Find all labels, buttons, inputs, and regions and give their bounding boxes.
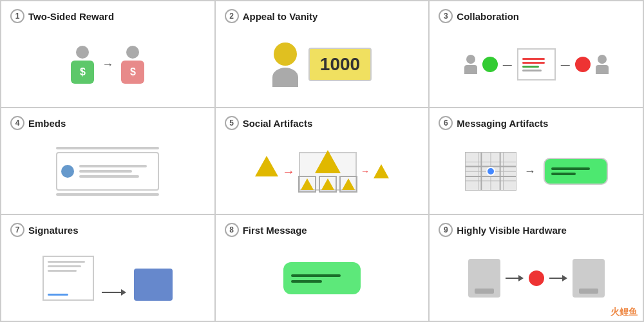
messaging-illustration: → xyxy=(465,152,608,191)
person-right: $ xyxy=(121,46,144,84)
hw-device-left-notch xyxy=(475,289,494,294)
collab-dot-red xyxy=(575,57,591,72)
embed-line-1 xyxy=(79,165,146,167)
cell-3-number: 3 xyxy=(439,9,453,23)
firstmsg-line-1 xyxy=(291,274,341,277)
social-arrow2: → xyxy=(361,166,370,176)
person-left: $ xyxy=(71,46,94,84)
firstmsg-line-2 xyxy=(291,280,322,283)
vanity-illustration: 1000 xyxy=(272,43,372,87)
embed-lines xyxy=(79,165,154,178)
person-left-head xyxy=(76,46,89,59)
person-right-body: $ xyxy=(121,61,144,84)
cell-highly-visible-hardware: 9 Highly Visible Hardware xyxy=(429,214,643,321)
social-arrow: → xyxy=(282,164,295,179)
hw-device-left xyxy=(468,259,500,298)
cell-7-visual xyxy=(10,242,205,314)
messaging-arrow: → xyxy=(524,165,536,178)
cell-1-header: 1 Two-Sided Reward xyxy=(10,9,114,23)
cell-5-number: 5 xyxy=(225,116,239,130)
cell-8-visual xyxy=(225,242,420,314)
cell-5-header: 5 Social Artifacts xyxy=(225,116,313,130)
sig-line-1 xyxy=(48,261,85,263)
cell-6-visual: → xyxy=(439,135,634,207)
feed-small-tri-3-container xyxy=(339,176,357,193)
cell-6-title: Messaging Artifacts xyxy=(457,118,548,129)
cell-2-number: 2 xyxy=(225,9,239,23)
collab-arrow-right: — xyxy=(561,59,570,70)
cell-9-title: Highly Visible Hardware xyxy=(457,225,567,236)
main-grid: 1 Two-Sided Reward $ → $ 2 Appeal to Van… xyxy=(0,0,644,322)
cell-5-title: Social Artifacts xyxy=(243,118,313,129)
cell-appeal-to-vanity: 2 Appeal to Vanity 1000 xyxy=(215,1,430,108)
sig-arrow xyxy=(102,289,126,296)
cell-social-artifacts: 5 Social Artifacts → xyxy=(215,108,430,214)
doc-line-red2 xyxy=(522,62,545,64)
cell-8-number: 8 xyxy=(225,223,239,237)
collab-dot-green xyxy=(482,57,498,72)
cell-signatures: 7 Signatures xyxy=(1,214,215,321)
collab-person-right-head xyxy=(598,55,607,64)
collab-person-left-head xyxy=(466,55,475,64)
cell-2-title: Appeal to Vanity xyxy=(243,11,318,22)
cell-4-title: Embeds xyxy=(28,118,66,129)
cell-4-number: 4 xyxy=(10,116,24,130)
cell-8-header: 8 First Message xyxy=(225,223,307,237)
hw-arrow-line xyxy=(506,278,518,279)
cell-4-header: 4 Embeds xyxy=(10,116,66,130)
social-spacer xyxy=(263,180,270,187)
cell-first-message: 8 First Message xyxy=(215,214,430,321)
embed-bar-bot xyxy=(56,193,159,196)
reward-illustration: $ → $ xyxy=(71,46,144,84)
cell-collaboration: 3 Collaboration — — xyxy=(429,1,643,108)
cell-1-number: 1 xyxy=(10,9,24,23)
hw-arrow-line-2 xyxy=(549,278,562,279)
cell-2-visual: 1000 xyxy=(225,28,420,100)
hw-device-right-notch xyxy=(579,289,598,294)
cell-messaging-artifacts: 6 Messaging Artifacts xyxy=(429,108,643,214)
vanity-score: 1000 xyxy=(308,48,372,81)
doc-line-green xyxy=(522,66,539,68)
cell-1-title: Two-Sided Reward xyxy=(28,11,114,22)
cell-9-visual xyxy=(439,242,634,314)
hw-arrow-head-2 xyxy=(562,275,567,281)
cell-6-header: 6 Messaging Artifacts xyxy=(439,116,548,130)
reward-arrow: → xyxy=(102,58,113,71)
messaging-map xyxy=(465,152,516,191)
messaging-bubble xyxy=(544,158,608,185)
firstmsg-illustration xyxy=(225,262,420,294)
cell-5-visual: → → xyxy=(225,135,420,207)
cell-9-number: 9 xyxy=(439,223,453,237)
hw-device-right xyxy=(573,259,605,298)
embed-line-2 xyxy=(79,170,131,173)
hw-arrow-head xyxy=(518,275,524,281)
feed-small-tri-1 xyxy=(301,178,314,190)
cell-7-header: 7 Signatures xyxy=(10,223,79,237)
sig-arrow-head xyxy=(121,289,126,296)
firstmsg-bubble xyxy=(283,262,361,294)
embed-bar-top xyxy=(56,147,159,149)
sig-line-2 xyxy=(48,265,80,267)
collab-illustration: — — xyxy=(464,48,609,80)
social-triangle-single xyxy=(255,156,278,176)
cell-7-number: 7 xyxy=(10,223,24,237)
person-right-head xyxy=(126,46,139,59)
cell-4-visual xyxy=(10,135,205,207)
signatures-illustration xyxy=(43,256,173,301)
feed-small-tri-2 xyxy=(321,178,334,190)
sig-line-3 xyxy=(48,270,77,272)
social-feed-box xyxy=(299,152,357,191)
cell-9-header: 9 Highly Visible Hardware xyxy=(439,223,567,237)
hardware-illustration xyxy=(468,259,605,298)
hw-arrow xyxy=(506,275,524,281)
hw-arrow-2 xyxy=(549,275,567,281)
cell-3-title: Collaboration xyxy=(457,11,519,22)
map-location-dot xyxy=(486,167,495,176)
collab-person-left xyxy=(464,55,477,74)
sig-blue-box xyxy=(134,269,173,301)
cell-3-header: 3 Collaboration xyxy=(439,9,519,23)
embed-line-3 xyxy=(79,175,139,178)
cell-7-title: Signatures xyxy=(28,225,79,236)
embed-icon xyxy=(61,165,74,178)
social-triangle-outside xyxy=(374,164,389,178)
